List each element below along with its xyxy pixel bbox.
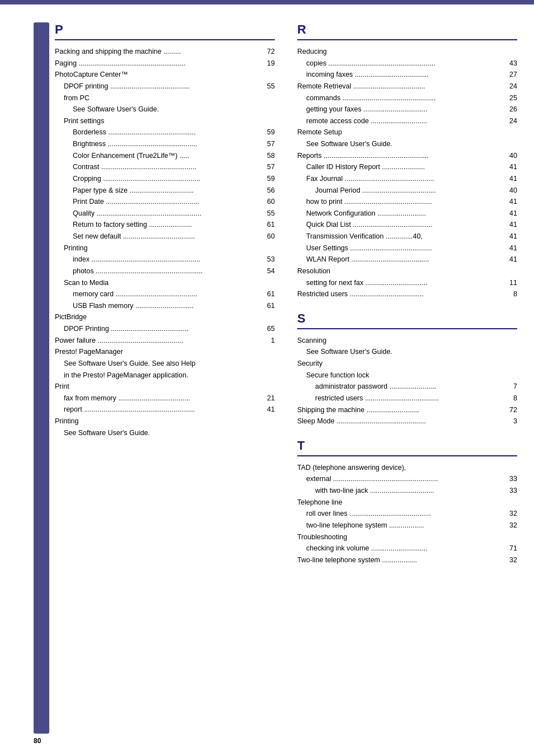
- list-item: Print settings: [55, 115, 275, 127]
- section-header-p: P: [55, 22, 275, 40]
- list-item: Print Date .............................…: [55, 196, 275, 208]
- list-item: Set new default ........................…: [55, 231, 275, 242]
- list-item: See Software User's Guide.: [55, 427, 275, 439]
- left-sidebar-bar: [34, 22, 49, 734]
- list-item: in the Presto! PageManager application.: [55, 370, 275, 381]
- list-item: Caller ID History Report ...............…: [297, 161, 517, 173]
- list-item: from PC: [55, 92, 275, 104]
- list-item: Borderless .............................…: [55, 127, 275, 138]
- list-item: Secure function lock: [297, 370, 517, 381]
- list-item: Sleep Mode .............................…: [297, 416, 517, 427]
- list-item: how to print ...........................…: [297, 196, 517, 208]
- list-item: incoming faxes .........................…: [297, 69, 517, 81]
- list-item: User Settings ..........................…: [297, 242, 517, 254]
- list-item: setting for next fax ...................…: [297, 277, 517, 289]
- list-item: Quick Dial List ........................…: [297, 219, 517, 231]
- list-item: photos .................................…: [55, 265, 275, 277]
- section-header-s: S: [297, 311, 517, 329]
- list-item: See Software User's Guide.: [55, 104, 275, 115]
- page-number: 80: [34, 737, 41, 745]
- section-header-t: T: [297, 438, 517, 456]
- list-item: TAD (telephone answering device),: [297, 462, 517, 474]
- list-item: Printing: [55, 416, 275, 427]
- section-header-r: R: [297, 22, 517, 40]
- list-item: Telephone line: [297, 497, 517, 508]
- list-item: index ..................................…: [55, 254, 275, 265]
- right-column: R Reducing copies ......................…: [297, 22, 517, 734]
- list-item: Shipping the machine ...................…: [297, 404, 517, 416]
- list-item: Packing and shipping the machine .......…: [55, 46, 275, 58]
- list-item: PhotoCapture Center™: [55, 69, 275, 81]
- list-item: Network Configuration ..................…: [297, 208, 517, 220]
- list-item: Remote Retrieval .......................…: [297, 81, 517, 92]
- list-item: Color Enhancement (True2Life™) ..... 58: [55, 150, 275, 162]
- list-item: PictBridge: [55, 311, 275, 323]
- list-item: administrator password .................…: [297, 381, 517, 393]
- list-item: USB Flash memory .......................…: [55, 300, 275, 312]
- list-item: Transmission Verification ..............…: [297, 231, 517, 242]
- list-item: roll over lines ........................…: [297, 508, 517, 520]
- list-item: memory card ............................…: [55, 288, 275, 300]
- list-item: Resolution: [297, 265, 517, 277]
- list-item: fax from memory ........................…: [55, 393, 275, 404]
- list-item: Brightness .............................…: [55, 138, 275, 150]
- list-item: getting your faxes .....................…: [297, 104, 517, 115]
- list-item: See Software User's Guide. See also Help: [55, 358, 275, 370]
- list-item: Cropping ...............................…: [55, 173, 275, 185]
- list-item: Printing: [55, 242, 275, 254]
- list-item: Reports ................................…: [297, 150, 517, 162]
- list-item: checking ink volume ....................…: [297, 543, 517, 554]
- list-item: Security: [297, 358, 517, 370]
- list-item: Contrast ...............................…: [55, 161, 275, 173]
- list-item: Paper type & size ......................…: [55, 185, 275, 197]
- list-item: Journal Period .........................…: [297, 185, 517, 197]
- list-item: Presto! PageManager: [55, 346, 275, 358]
- list-item: external ...............................…: [297, 473, 517, 485]
- list-item: with two-line jack .....................…: [297, 485, 517, 497]
- left-column: P Packing and shipping the machine .....…: [55, 22, 275, 734]
- list-item: See Software User's Guide.: [297, 138, 517, 150]
- list-item: Print: [55, 381, 275, 393]
- list-item: Power failure ..........................…: [55, 335, 275, 347]
- list-item: DPOF Printing ..........................…: [55, 323, 275, 335]
- list-item: two-line telephone system ..............…: [297, 520, 517, 531]
- list-item: Two-line telephone system ..............…: [297, 554, 517, 566]
- main-content: P Packing and shipping the machine .....…: [55, 22, 517, 734]
- list-item: Reducing: [297, 46, 517, 58]
- list-item: Quality ................................…: [55, 208, 275, 220]
- list-item: report .................................…: [55, 404, 275, 416]
- list-item: Fax Journal ............................…: [297, 173, 517, 185]
- list-item: remote access code .....................…: [297, 115, 517, 127]
- list-item: Remote Setup: [297, 127, 517, 138]
- list-item: DPOF printing ..........................…: [55, 81, 275, 92]
- list-item: restricted users .......................…: [297, 393, 517, 404]
- list-item: See Software User's Guide.: [297, 346, 517, 358]
- list-item: Scan to Media: [55, 277, 275, 289]
- page-footer: 80: [34, 737, 41, 745]
- list-item: Paging .................................…: [55, 58, 275, 69]
- top-rule: [0, 0, 534, 4]
- list-item: Return to factory setting ..............…: [55, 219, 275, 231]
- list-item: copies .................................…: [297, 58, 517, 69]
- list-item: Troubleshooting: [297, 531, 517, 543]
- list-item: Scanning: [297, 335, 517, 347]
- list-item: Restricted users .......................…: [297, 288, 517, 300]
- list-item: WLAN Report ............................…: [297, 254, 517, 265]
- list-item: commands ...............................…: [297, 92, 517, 104]
